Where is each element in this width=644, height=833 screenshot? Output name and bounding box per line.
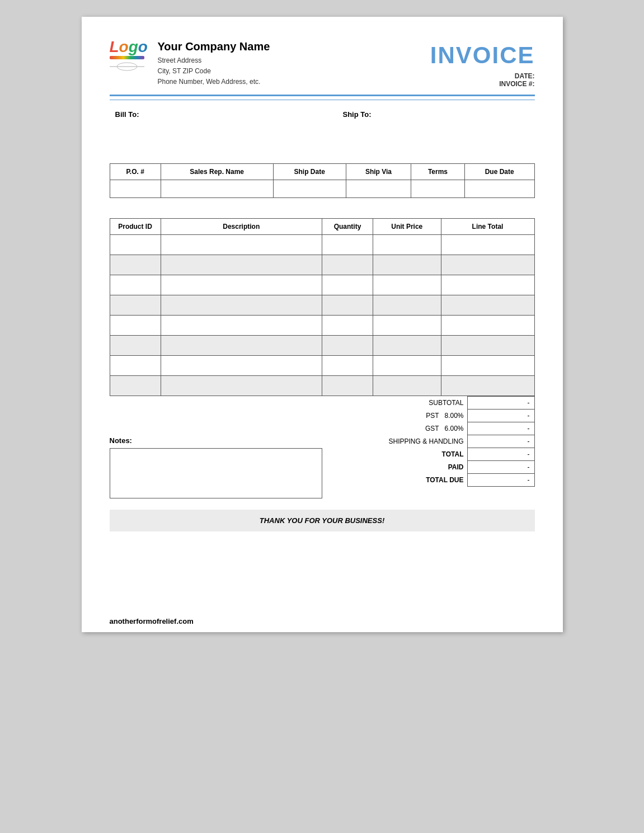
po-col-ship-via: Ship Via xyxy=(346,164,411,180)
pr-qty xyxy=(322,316,373,336)
pr-price xyxy=(373,376,441,396)
bill-to-label: Bill To: xyxy=(115,110,302,119)
subtotal-row: SUBTOTAL - xyxy=(305,397,534,410)
total-due-value: - xyxy=(467,474,534,487)
totals-table: SUBTOTAL - PST 8.00% - GST 6.00% - xyxy=(305,396,534,487)
pr-qty xyxy=(322,336,373,356)
po-col-sales-rep: Sales Rep. Name xyxy=(161,164,273,180)
invoice-page: Logo Your Company Name Street Address Ci… xyxy=(82,17,563,632)
pr-id xyxy=(110,295,161,316)
pr-qty xyxy=(322,356,373,376)
total-due-row: TOTAL DUE - xyxy=(305,474,534,487)
pr-price xyxy=(373,235,441,255)
pr-id xyxy=(110,376,161,396)
product-row xyxy=(110,235,534,255)
pr-id xyxy=(110,255,161,275)
footer-url: anotherformofrelief.com xyxy=(110,617,194,625)
pr-total xyxy=(441,336,534,356)
po-cell-ship-via xyxy=(346,180,411,198)
pr-desc xyxy=(161,316,322,336)
divider-thin xyxy=(110,100,535,100)
footer-url-text: anotherformofrelief.com xyxy=(110,617,194,625)
pr-total xyxy=(441,255,534,275)
pr-price xyxy=(373,336,441,356)
shipping-row: SHIPPING & HANDLING - xyxy=(305,435,534,448)
header: Logo Your Company Name Street Address Ci… xyxy=(110,39,535,88)
logo-decoration xyxy=(110,60,144,73)
po-col-po: P.O. # xyxy=(110,164,161,180)
invoice-meta: DATE: INVOICE #: xyxy=(430,72,535,88)
ship-to-section: Ship To: xyxy=(343,110,529,147)
po-col-due-date: Due Date xyxy=(464,164,534,180)
gst-value: - xyxy=(467,422,534,435)
pr-qty xyxy=(322,235,373,255)
divider-blue xyxy=(110,95,535,96)
header-right: INVOICE DATE: INVOICE #: xyxy=(430,39,535,88)
address-line2: City, ST ZIP Code xyxy=(158,66,270,77)
po-cell-due-date xyxy=(464,180,534,198)
paid-label: PAID xyxy=(305,461,467,474)
pr-desc xyxy=(161,356,322,376)
po-table: P.O. # Sales Rep. Name Ship Date Ship Vi… xyxy=(110,163,535,198)
company-header: Logo Your Company Name Street Address Ci… xyxy=(110,39,270,88)
invoice-num-row: INVOICE #: xyxy=(430,80,535,88)
product-row xyxy=(110,336,534,356)
pst-label: PST xyxy=(426,412,439,420)
total-due-label: TOTAL DUE xyxy=(305,474,467,487)
shipping-value: - xyxy=(467,435,534,448)
total-row: TOTAL - xyxy=(305,448,534,461)
pr-qty xyxy=(322,255,373,275)
logo-underline xyxy=(110,56,144,59)
pr-price xyxy=(373,316,441,336)
pr-total xyxy=(441,295,534,316)
pr-total xyxy=(441,235,534,255)
pr-price xyxy=(373,295,441,316)
subtotal-label: SUBTOTAL xyxy=(305,397,467,410)
ship-to-label: Ship To: xyxy=(343,110,529,119)
address-line1: Street Address xyxy=(158,55,270,66)
pr-desc xyxy=(161,336,322,356)
pst-row: PST 8.00% - xyxy=(305,410,534,422)
invoice-title: INVOICE xyxy=(430,42,535,69)
pr-price xyxy=(373,275,441,295)
shipping-label: SHIPPING & HANDLING xyxy=(305,435,467,448)
notes-section: Notes: xyxy=(110,436,322,498)
prod-col-line-total: Line Total xyxy=(441,219,534,235)
invoice-num-label: INVOICE #: xyxy=(499,80,534,88)
pr-desc xyxy=(161,235,322,255)
notes-box[interactable] xyxy=(110,448,322,498)
product-row xyxy=(110,376,534,396)
date-row: DATE: xyxy=(430,72,535,80)
total-label: TOTAL xyxy=(305,448,467,461)
gst-label-cell: GST 6.00% xyxy=(305,422,467,435)
bill-ship-row: Bill To: Ship To: xyxy=(110,110,535,147)
prod-col-desc: Description xyxy=(161,219,322,235)
po-data-row xyxy=(110,180,534,198)
date-label: DATE: xyxy=(515,72,535,80)
thank-you-text: THANK YOU FOR YOUR BUSINESS! xyxy=(260,516,384,525)
thank-you-bar: THANK YOU FOR YOUR BUSINESS! xyxy=(110,510,535,531)
pr-desc xyxy=(161,275,322,295)
pr-id xyxy=(110,356,161,376)
pr-id xyxy=(110,336,161,356)
product-table: Product ID Description Quantity Unit Pri… xyxy=(110,218,535,396)
pr-qty xyxy=(322,295,373,316)
product-row xyxy=(110,295,534,316)
pr-id xyxy=(110,275,161,295)
total-value: - xyxy=(467,448,534,461)
po-cell-ship-date xyxy=(273,180,346,198)
prod-col-unit-price: Unit Price xyxy=(373,219,441,235)
po-cell-terms xyxy=(411,180,465,198)
pr-desc xyxy=(161,255,322,275)
pr-total xyxy=(441,316,534,336)
company-name: Your Company Name xyxy=(158,40,270,53)
po-cell-po xyxy=(110,180,161,198)
pr-desc xyxy=(161,295,322,316)
po-col-ship-date: Ship Date xyxy=(273,164,346,180)
address-line3: Phone Number, Web Address, etc. xyxy=(158,77,270,87)
bill-to-section: Bill To: xyxy=(115,110,302,147)
po-col-terms: Terms xyxy=(411,164,465,180)
pr-qty xyxy=(322,275,373,295)
pr-total xyxy=(441,275,534,295)
paid-value: - xyxy=(467,461,534,474)
